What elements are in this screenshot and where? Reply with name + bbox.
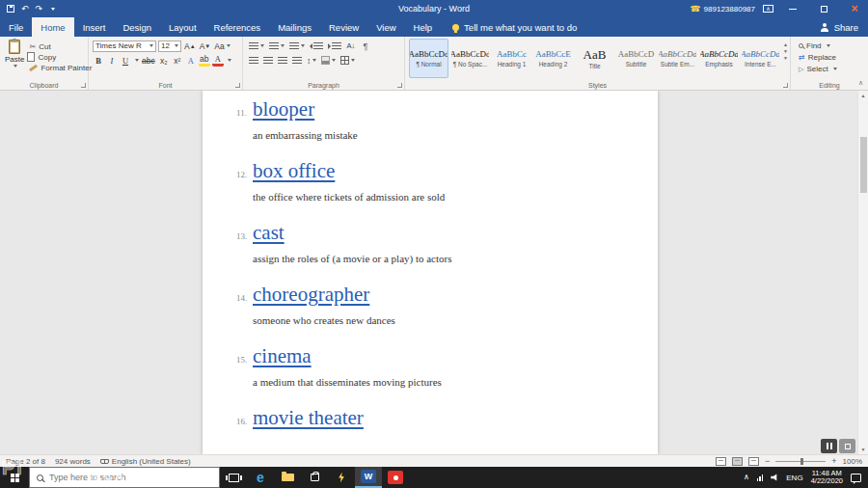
strikethrough-button[interactable]: abc xyxy=(141,54,156,67)
paragraph-dialog-launcher-icon[interactable] xyxy=(397,83,402,88)
vertical-scrollbar[interactable]: ▲ ▼ xyxy=(857,91,868,454)
style-subtle-emphasis[interactable]: AaBbCcDd Subtle Em... xyxy=(658,39,697,78)
style-normal[interactable]: AaBbCcDd ¶ Normal xyxy=(409,39,448,78)
word-count[interactable]: 924 words xyxy=(55,457,91,466)
style-title[interactable]: AaB Title xyxy=(575,39,614,78)
entry-word-link[interactable]: cast xyxy=(253,220,285,245)
entry-word-link[interactable]: movie theater xyxy=(253,405,364,430)
taskbar-recorder-button[interactable] xyxy=(382,467,409,488)
save-icon[interactable] xyxy=(7,5,14,13)
shading-button[interactable] xyxy=(320,54,337,67)
clock[interactable]: 11:48 AM 4/22/2020 xyxy=(811,470,843,486)
undo-icon[interactable]: ↶ xyxy=(21,5,29,14)
customize-qat-caret-icon[interactable] xyxy=(51,8,55,11)
clipboard-dialog-launcher-icon[interactable] xyxy=(81,83,86,88)
align-left-button[interactable] xyxy=(248,54,259,67)
read-mode-icon[interactable] xyxy=(716,457,726,466)
paste-button[interactable]: Paste xyxy=(5,40,24,80)
select-button[interactable]: ▷ Select xyxy=(799,65,864,73)
taskbar-store-button[interactable] xyxy=(301,467,328,488)
close-button[interactable]: × xyxy=(843,0,866,17)
tray-expand-icon[interactable]: ∧ xyxy=(744,474,749,481)
tab-insert[interactable]: Insert xyxy=(74,17,115,37)
ribbon-display-options-icon[interactable]: ∧ xyxy=(763,5,773,13)
copy-button[interactable]: Copy xyxy=(29,53,92,62)
print-layout-icon[interactable] xyxy=(732,457,743,466)
tab-design[interactable]: Design xyxy=(114,17,160,37)
tab-view[interactable]: View xyxy=(367,17,404,37)
tell-me-box[interactable]: Tell me what you want to do xyxy=(452,17,577,37)
bullets-button[interactable] xyxy=(248,40,265,52)
style-heading-2[interactable]: AaBbCcE Heading 2 xyxy=(533,39,573,78)
font-color-caret-icon[interactable] xyxy=(228,59,231,62)
search-input[interactable] xyxy=(49,473,194,482)
styles-more-icon[interactable]: ▼ xyxy=(783,56,788,61)
justify-button[interactable] xyxy=(291,54,303,67)
style-no-spacing[interactable]: AaBbCcDd ¶ No Spac... xyxy=(450,39,490,78)
style-heading-1[interactable]: AaBbCc Heading 1 xyxy=(492,39,531,78)
taskbar-file-explorer-button[interactable] xyxy=(274,467,301,488)
zoom-level[interactable]: 100% xyxy=(843,457,862,466)
borders-button[interactable] xyxy=(339,54,356,67)
entry-word-link[interactable]: blooper xyxy=(253,96,314,122)
increase-indent-button[interactable] xyxy=(327,40,342,52)
font-color-button[interactable]: A xyxy=(212,54,224,67)
entry-word-link[interactable]: box office xyxy=(253,158,335,183)
collapse-ribbon-icon[interactable]: ∧ xyxy=(858,79,863,87)
font-dialog-launcher-icon[interactable] xyxy=(235,83,240,88)
network-icon[interactable] xyxy=(757,474,764,481)
styles-dialog-launcher-icon[interactable] xyxy=(783,83,788,88)
shrink-font-button[interactable]: A▼ xyxy=(199,40,212,52)
taskbar-edge-button[interactable]: e xyxy=(247,467,274,488)
entry-word-link[interactable]: choreographer xyxy=(253,282,369,307)
subscript-button[interactable]: x₂ xyxy=(158,54,170,67)
scrollbar-thumb[interactable] xyxy=(860,137,867,193)
bold-button[interactable]: B xyxy=(93,54,104,67)
redo-icon[interactable]: ↷ xyxy=(36,5,43,14)
taskbar-search[interactable] xyxy=(29,467,220,488)
share-button[interactable]: Share xyxy=(811,17,868,37)
font-size-combo[interactable]: 12 xyxy=(158,41,181,52)
stop-button[interactable] xyxy=(839,439,855,453)
cut-button[interactable]: ✂ Cut xyxy=(29,42,92,51)
underline-caret-icon[interactable] xyxy=(135,59,139,62)
pause-button[interactable] xyxy=(821,439,837,453)
scroll-up-icon[interactable]: ▲ xyxy=(858,93,868,98)
sort-button[interactable]: A↓ xyxy=(345,40,357,52)
minimize-button[interactable] xyxy=(781,0,804,17)
underline-button[interactable]: U xyxy=(120,54,131,67)
superscript-button[interactable]: x² xyxy=(172,54,183,67)
styles-scroll-up-icon[interactable]: ▲ xyxy=(783,42,788,47)
action-center-icon[interactable] xyxy=(851,474,861,482)
tab-mailings[interactable]: Mailings xyxy=(269,17,320,37)
style-subtitle[interactable]: AaBbCcD Subtitle xyxy=(616,39,656,78)
task-view-button[interactable] xyxy=(220,467,247,488)
change-case-button[interactable]: Aa xyxy=(213,40,231,52)
style-emphasis[interactable]: AaBbCcDd Emphasis xyxy=(699,39,739,78)
font-name-combo[interactable]: Times New R xyxy=(93,41,156,52)
find-button[interactable]: Find xyxy=(799,41,864,50)
taskbar-app-button[interactable] xyxy=(328,467,355,488)
format-painter-button[interactable]: Format Painter xyxy=(29,64,92,72)
italic-button[interactable]: I xyxy=(106,54,118,67)
tab-layout[interactable]: Layout xyxy=(160,17,205,37)
input-language[interactable]: ENG xyxy=(786,474,802,482)
style-intense-emphasis[interactable]: AaBbCcDd Intense E... xyxy=(741,39,780,78)
zoom-out-button[interactable]: − xyxy=(765,457,770,466)
page-indicator[interactable]: Page 2 of 8 xyxy=(6,457,45,466)
tab-references[interactable]: References xyxy=(205,17,270,37)
speaker-icon[interactable] xyxy=(771,474,778,481)
zoom-in-button[interactable]: + xyxy=(831,457,836,466)
tab-review[interactable]: Review xyxy=(320,17,367,37)
language-indicator[interactable]: English (United States) xyxy=(100,457,191,466)
document-page[interactable]: 11. blooper an embarrassing mistake 12. … xyxy=(203,91,658,454)
zoom-slider[interactable] xyxy=(775,461,826,462)
align-right-button[interactable] xyxy=(277,54,288,67)
replace-button[interactable]: ⇄ Replace xyxy=(799,53,864,62)
start-button[interactable] xyxy=(0,467,29,488)
web-layout-icon[interactable] xyxy=(748,457,759,466)
decrease-indent-button[interactable] xyxy=(309,40,324,52)
restore-button[interactable] xyxy=(812,0,835,17)
align-center-button[interactable] xyxy=(262,54,274,67)
tab-file[interactable]: File xyxy=(0,17,32,37)
